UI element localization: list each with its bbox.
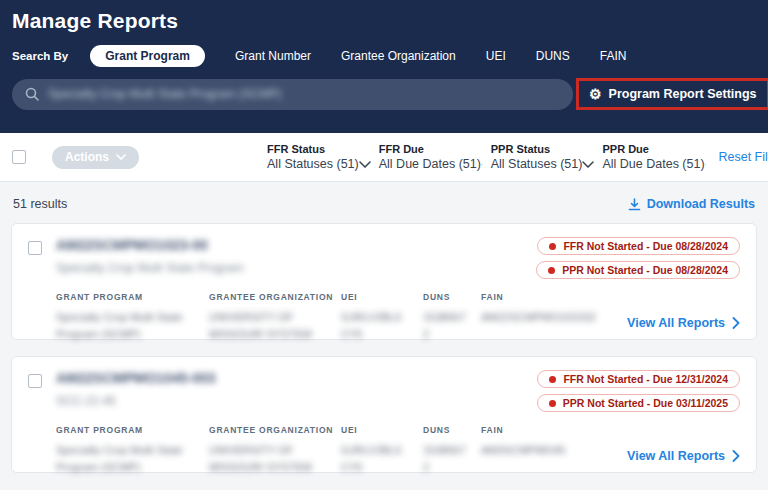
- view-all-reports-label: View All Reports: [627, 316, 725, 330]
- filter-value: All Due Dates (51): [602, 157, 704, 171]
- ppr-status-badge: PPR Not Started - Due 03/11/2025: [537, 394, 740, 412]
- ffr-status-filter[interactable]: FFR Status All Statuses (51): [267, 143, 371, 171]
- column-value-redacted: AM3SCMPMO45: [481, 442, 641, 459]
- status-badges: FFR Not Started - Due 12/31/2024 PPR Not…: [537, 370, 740, 412]
- status-badges: FFR Not Started - Due 08/28/2024 PPR Not…: [536, 237, 740, 279]
- view-all-reports-link[interactable]: View All Reports: [627, 449, 740, 463]
- annotation-highlight-box: ⚙ Program Report Settings: [576, 78, 768, 110]
- select-all-checkbox[interactable]: [12, 150, 26, 164]
- search-by-label: Search By: [12, 50, 68, 62]
- status-dot-icon: [549, 243, 556, 250]
- filter-label: FFR Status: [267, 143, 371, 155]
- actions-button[interactable]: Actions: [52, 146, 139, 169]
- status-dot-icon: [549, 376, 556, 383]
- tab-grantee-organization[interactable]: Grantee Organization: [341, 49, 456, 63]
- report-checkbox[interactable]: [28, 241, 42, 255]
- grant-subtitle-redacted: SCC-22-45: [56, 394, 216, 408]
- filter-value: All Statuses (51): [491, 157, 583, 171]
- filter-label: PPR Due: [602, 143, 706, 155]
- download-results-link[interactable]: Download Results: [628, 197, 755, 211]
- ffr-status-badge: FFR Not Started - Due 12/31/2024: [537, 370, 740, 388]
- ppr-status-badge: PPR Not Started - Due 08/28/2024: [536, 261, 740, 279]
- search-row: Specialty Crop Multi State Program (SCMP…: [12, 78, 756, 110]
- column-value-redacted: UNIVERSITY OF MISSOURI SYSTEM: [209, 309, 341, 343]
- ffr-status-badge: FFR Not Started - Due 08/28/2024: [537, 237, 740, 255]
- column-header: GRANT PROGRAM: [56, 425, 209, 435]
- page-title: Manage Reports: [12, 9, 756, 33]
- search-by-tabs: Search By Grant Program Grant Number Gra…: [12, 45, 756, 67]
- report-card: AM22SCMPMO1023-00 Specialty Crop Multi S…: [11, 223, 757, 340]
- badge-label: FFR Not Started - Due 12/31/2024: [563, 373, 728, 385]
- chevron-down-icon: [359, 161, 371, 168]
- search-input[interactable]: Specialty Crop Multi State Program (SCMP…: [12, 79, 573, 110]
- badge-label: PPR Not Started - Due 03/11/2025: [563, 397, 728, 409]
- column-value-redacted: 15385672: [423, 442, 481, 476]
- status-dot-icon: [549, 400, 556, 407]
- column-header: DUNS: [423, 292, 481, 302]
- chevron-down-icon: [705, 161, 707, 168]
- download-icon: [628, 198, 641, 211]
- report-checkbox[interactable]: [28, 374, 42, 388]
- search-value-redacted: Specialty Crop Multi State Program (SCMP…: [48, 87, 281, 101]
- tab-uei[interactable]: UEI: [486, 49, 506, 63]
- reset-filters-link[interactable]: Reset Filters: [718, 150, 768, 164]
- page-header: Manage Reports Search By Grant Program G…: [0, 0, 768, 133]
- chevron-down-icon: [116, 154, 126, 160]
- badge-label: FFR Not Started - Due 08/28/2024: [563, 240, 728, 252]
- filter-value: All Due Dates (51): [379, 157, 481, 171]
- column-value-redacted: UNIVERSITY OF MISSOURI SYSTEM: [209, 442, 341, 476]
- column-value-redacted: AM22SCMPMO102332: [481, 309, 641, 326]
- view-all-reports-link[interactable]: View All Reports: [627, 316, 740, 330]
- view-all-reports-label: View All Reports: [627, 449, 725, 463]
- program-report-settings-label: Program Report Settings: [609, 87, 757, 101]
- actions-label: Actions: [65, 150, 109, 164]
- download-results-label: Download Results: [647, 197, 755, 211]
- grant-number-title-redacted[interactable]: AM22SCMPMO1045-003: [56, 370, 216, 386]
- tab-grant-program[interactable]: Grant Program: [90, 45, 205, 67]
- column-value-redacted: GJRLV2BL6CY5: [341, 309, 423, 343]
- column-header: GRANTEE ORGANIZATION: [209, 425, 341, 435]
- chevron-right-icon: [732, 450, 740, 462]
- column-value-redacted: Specialty Crop Multi State Program (SCMP…: [56, 442, 209, 476]
- gear-icon: ⚙: [589, 87, 602, 101]
- badge-label: PPR Not Started - Due 08/28/2024: [562, 264, 728, 276]
- tab-fain[interactable]: FAIN: [600, 49, 627, 63]
- filter-label: PPR Status: [491, 143, 595, 155]
- results-row: 51 results Download Results: [0, 182, 768, 223]
- tab-duns[interactable]: DUNS: [536, 49, 570, 63]
- chevron-down-icon: [582, 161, 594, 168]
- ppr-status-filter[interactable]: PPR Status All Statuses (51): [491, 143, 595, 171]
- search-icon: [25, 87, 39, 101]
- column-value-redacted: GJRLV2BL6CY5: [341, 442, 423, 476]
- column-header: UEI: [341, 292, 423, 302]
- column-header: GRANTEE ORGANIZATION: [209, 292, 341, 302]
- chevron-right-icon: [732, 317, 740, 329]
- column-header: FAIN: [481, 425, 641, 435]
- report-card: AM22SCMPMO1045-003 SCC-22-45 FFR Not Sta…: [11, 356, 757, 473]
- program-report-settings-button[interactable]: ⚙ Program Report Settings: [589, 87, 757, 101]
- grant-number-title-redacted[interactable]: AM22SCMPMO1023-00: [56, 237, 243, 253]
- filter-bar: Actions FFR Status All Statuses (51) FFR…: [0, 133, 768, 182]
- column-header: FAIN: [481, 292, 641, 302]
- status-dot-icon: [548, 267, 555, 274]
- ppr-due-filter[interactable]: PPR Due All Due Dates (51): [602, 143, 706, 171]
- tab-grant-number[interactable]: Grant Number: [235, 49, 311, 63]
- column-value-redacted: Specialty Crop Multi State Program (SCMP…: [56, 309, 209, 343]
- column-header: DUNS: [423, 425, 481, 435]
- column-header: UEI: [341, 425, 423, 435]
- grant-subtitle-redacted: Specialty Crop Multi State Program: [56, 261, 243, 275]
- filter-label: FFR Due: [379, 143, 483, 155]
- chevron-down-icon: [481, 161, 483, 168]
- column-header: GRANT PROGRAM: [56, 292, 209, 302]
- filter-value: All Statuses (51): [267, 157, 359, 171]
- column-value-redacted: 15385672: [423, 309, 481, 343]
- results-count: 51 results: [13, 197, 67, 211]
- ffr-due-filter[interactable]: FFR Due All Due Dates (51): [379, 143, 483, 171]
